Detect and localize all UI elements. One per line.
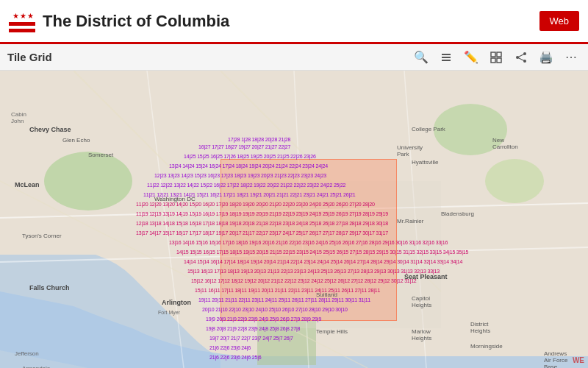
- svg-rect-7: [442, 54, 451, 55]
- print-icon[interactable]: 🖨️: [537, 48, 556, 67]
- svg-rect-8: [442, 57, 451, 58]
- svg-text:★: ★: [12, 12, 19, 20]
- map-container[interactable]: 17|28 1|28 18|28 20|28 21|28 16|27 17|27…: [0, 71, 588, 368]
- svg-line-18: [517, 57, 525, 61]
- list-icon[interactable]: [437, 48, 456, 67]
- search-icon[interactable]: 🔍: [412, 48, 431, 67]
- svg-rect-11: [497, 52, 501, 57]
- more-icon[interactable]: ⋯: [562, 48, 581, 67]
- svg-rect-5: [9, 22, 35, 26]
- header-right: Web: [539, 11, 580, 31]
- svg-rect-32: [220, 181, 441, 328]
- share-icon[interactable]: [512, 48, 531, 67]
- svg-rect-13: [497, 58, 501, 63]
- web-button[interactable]: Web: [539, 11, 580, 31]
- toolbar: Tile Grid 🔍 ✏️ 🖨️ ⋯: [0, 44, 588, 71]
- svg-point-21: [434, 104, 507, 155]
- svg-point-20: [44, 152, 132, 210]
- toolbar-title: Tile Grid: [7, 51, 406, 63]
- svg-text:★: ★: [20, 12, 26, 20]
- app-title: The District of Columbia: [43, 12, 229, 31]
- svg-text:★: ★: [27, 12, 34, 20]
- dc-flag-icon: ★ ★ ★: [9, 8, 35, 35]
- svg-rect-10: [491, 52, 495, 57]
- svg-rect-6: [9, 29, 35, 32]
- map-background: [0, 71, 588, 368]
- app-header: ★ ★ ★ The District of Columbia Web: [0, 0, 588, 44]
- svg-rect-9: [442, 60, 451, 61]
- svg-rect-12: [491, 58, 495, 63]
- grid-icon[interactable]: [487, 48, 506, 67]
- pencil-icon[interactable]: ✏️: [462, 48, 481, 67]
- svg-point-22: [485, 159, 544, 203]
- svg-line-17: [517, 54, 525, 57]
- header-left: ★ ★ ★ The District of Columbia: [9, 8, 229, 35]
